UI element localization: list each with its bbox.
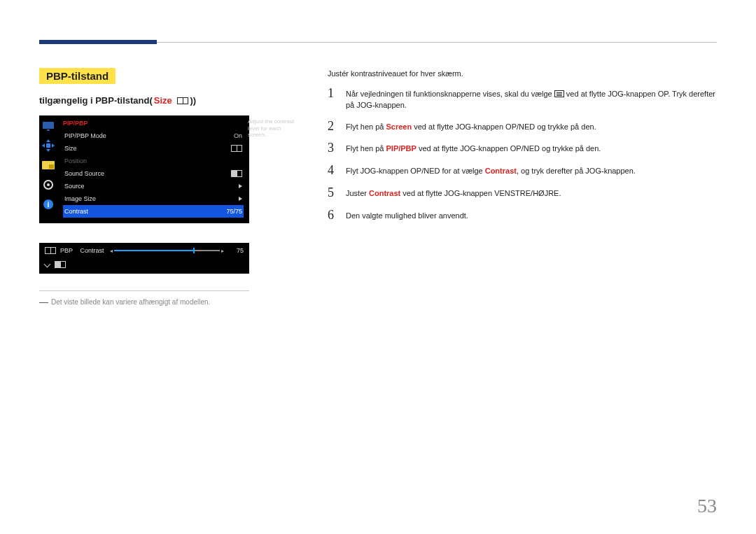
chevron-right-icon xyxy=(239,184,242,188)
footnote: ―Det viste billede kan variere afhængigt… xyxy=(39,297,249,307)
step-text: Flyt JOG-knappen OP/NED for at vælge Con… xyxy=(346,164,717,177)
osd-row-value: 75/75 xyxy=(226,208,242,215)
step-text: Når vejledningen til funktionsknapperne … xyxy=(346,87,717,111)
step-5: 5 Juster Contrast ved at flytte JOG-knap… xyxy=(328,186,717,200)
step-number: 4 xyxy=(328,164,337,178)
osd-panel: i PIP/PBP PIP/PBP Mode On Size Position xyxy=(39,115,249,223)
osd-row-source[interactable]: Source xyxy=(63,180,244,192)
osd-row-position: Position xyxy=(63,155,244,167)
step-text: Flyt hen på PIP/PBP ved at flytte JOG-kn… xyxy=(346,141,717,155)
svg-marker-6 xyxy=(52,143,55,148)
svg-rect-1 xyxy=(47,129,50,131)
step-1: 1 Når vejledningen til funktionsknappern… xyxy=(328,87,717,111)
step-text: Juster Contrast ved at flytte JOG-knappe… xyxy=(346,186,717,199)
step-number: 5 xyxy=(328,186,337,200)
arrow-right-icon[interactable]: ▸ xyxy=(220,248,225,254)
osd-row-label: Sound Source xyxy=(64,170,104,177)
svg-marker-5 xyxy=(42,143,45,148)
osd-row-mode[interactable]: PIP/PBP Mode On xyxy=(63,129,244,142)
page-number: 53 xyxy=(697,495,717,517)
slider-item-label: Contrast xyxy=(80,247,104,254)
pbp-split-icon xyxy=(177,97,188,104)
osd-category: PIP/PBP xyxy=(63,120,244,127)
osd-row-label: PIP/PBP Mode xyxy=(64,132,106,139)
osd-row-imagesize[interactable]: Image Size xyxy=(63,192,244,205)
step-number: 3 xyxy=(328,141,337,155)
osd-tooltip: Adjust the contrast level for each scree… xyxy=(248,118,298,139)
step-6: 6 Den valgte mulighed bliver anvendt. xyxy=(328,209,717,223)
gear-icon xyxy=(42,178,55,191)
osd-row-value: On xyxy=(234,132,242,139)
sub-heading: tilgængelig i PBP-tilstand(Size )) xyxy=(39,95,300,106)
osd-row-sound[interactable]: Sound Source xyxy=(63,167,244,180)
toggle-screen-icon[interactable] xyxy=(55,261,66,268)
osd-sidebar: i xyxy=(39,115,57,223)
monitor-icon xyxy=(42,120,55,132)
step-3: 3 Flyt hen på PIP/PBP ved at flytte JOG-… xyxy=(328,141,717,155)
osd-row-label: Position xyxy=(64,157,87,164)
split-half-icon xyxy=(231,170,242,177)
step-number: 1 xyxy=(328,87,337,101)
slider-value: 75 xyxy=(230,247,244,254)
step-4: 4 Flyt JOG-knappen OP/NED for at vælge C… xyxy=(328,164,717,178)
osd-row-label: Image Size xyxy=(64,195,96,202)
svg-text:i: i xyxy=(48,201,50,209)
svg-point-10 xyxy=(47,183,50,186)
contrast-slider[interactable]: ◂ ▸ xyxy=(108,249,225,252)
arrow-left-icon[interactable]: ◂ xyxy=(108,248,114,254)
subhead-accent: Size xyxy=(154,95,172,106)
slider-group-label: PBP xyxy=(60,247,73,254)
chevron-down-icon[interactable] xyxy=(45,262,50,267)
step-text: Den valgte mulighed bliver anvendt. xyxy=(346,209,717,222)
split-icon xyxy=(231,145,242,152)
step-number: 6 xyxy=(328,209,337,223)
footnote-text: Det viste billede kan variere afhængigt … xyxy=(51,298,210,306)
svg-marker-3 xyxy=(46,139,50,142)
osd-row-value xyxy=(231,145,242,152)
pip-icon xyxy=(42,159,55,171)
osd-row-contrast[interactable]: Contrast 75/75 xyxy=(63,205,244,218)
info-icon: i xyxy=(42,198,55,211)
subhead-prefix: tilgængelig i PBP-tilstand( xyxy=(39,95,153,106)
osd-row-label: Contrast xyxy=(64,208,88,215)
menu-icon xyxy=(554,90,564,97)
osd-row-value xyxy=(231,170,242,177)
step-text: Flyt hen på Screen ved at flytte JOG-kna… xyxy=(346,120,717,133)
step-number: 2 xyxy=(328,120,337,134)
intro-text: Justér kontrastniveauet for hver skærm. xyxy=(328,68,717,80)
move-icon xyxy=(42,139,55,152)
header-rule xyxy=(39,42,717,43)
svg-rect-8 xyxy=(49,164,54,169)
slider-panel: PBP Contrast ◂ ▸ 75 xyxy=(39,243,249,274)
osd-row-label: Source xyxy=(64,183,85,190)
osd-row-value xyxy=(239,184,242,188)
svg-marker-4 xyxy=(46,149,50,152)
slider-title: PBP Contrast xyxy=(60,247,104,254)
chevron-right-icon xyxy=(239,197,242,201)
svg-rect-0 xyxy=(43,122,54,129)
subhead-suffix: )) xyxy=(190,95,196,106)
pbp-split-icon xyxy=(45,247,56,254)
svg-rect-2 xyxy=(46,143,50,148)
osd-row-value xyxy=(239,197,242,201)
osd-row-label: Size xyxy=(64,145,77,152)
section-title: PBP-tilstand xyxy=(39,68,115,84)
step-2: 2 Flyt hen på Screen ved at flytte JOG-k… xyxy=(328,120,717,134)
osd-row-size[interactable]: Size xyxy=(63,142,244,155)
footnote-separator xyxy=(39,290,249,291)
